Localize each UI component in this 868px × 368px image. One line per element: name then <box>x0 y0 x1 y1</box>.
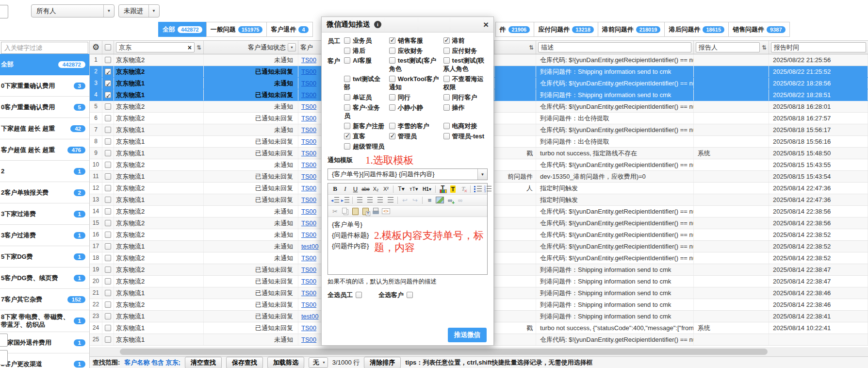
customer-role-option[interactable]: 客户-业务员 <box>344 103 385 120</box>
row-checkbox-cell[interactable] <box>102 136 114 147</box>
description-filter-input[interactable]: 描述 <box>538 42 691 52</box>
role-checkbox[interactable] <box>389 76 395 82</box>
employee-role-option[interactable]: 应收财务 <box>389 47 440 55</box>
ticket-link[interactable]: TS00 <box>301 278 316 285</box>
ticket-link[interactable]: TS00 <box>301 289 316 297</box>
editor-content[interactable]: {客户单号}{问题件标题}{问题件内容} 2.模板内容支持单号，标题，内容 <box>328 217 487 274</box>
link-icon[interactable] <box>445 196 455 205</box>
sidebar-item[interactable]: 下家国外退件费用 1 <box>0 332 89 353</box>
superscript-icon[interactable] <box>381 184 391 194</box>
follow-select[interactable]: 未跟进 <box>118 4 160 17</box>
subscript-icon[interactable] <box>371 184 381 194</box>
push-wechat-button[interactable]: 推送微信 <box>448 328 487 342</box>
indent-less-icon[interactable] <box>330 196 340 205</box>
row-checkbox-cell[interactable] <box>102 148 114 159</box>
sidebar-item[interactable]: 5下家DG费 1 <box>0 246 89 268</box>
hrule-icon[interactable] <box>425 196 435 205</box>
row-checkbox-cell[interactable] <box>102 287 114 299</box>
underline-icon[interactable] <box>350 184 360 194</box>
row-checkbox[interactable] <box>105 80 111 86</box>
ticket-link[interactable]: TS00 <box>301 266 316 273</box>
sidebar-item[interactable]: 0客户重量确认费用 5 <box>0 97 89 118</box>
sidebar-item[interactable]: 3下家过港费 1 <box>0 203 89 225</box>
font-size-icon[interactable] <box>407 184 421 194</box>
chevron-down-icon[interactable] <box>477 169 487 180</box>
ticket-link[interactable]: TS00 <box>301 208 316 215</box>
sidebar-item[interactable]: 客户超值 超长 超重 476 <box>0 139 89 161</box>
row-checkbox[interactable] <box>105 243 111 250</box>
ticket-link[interactable]: TS00 <box>301 103 316 110</box>
row-checkbox-cell[interactable] <box>102 322 114 334</box>
ticket-link[interactable]: test00 <box>301 313 318 320</box>
align-left-icon[interactable] <box>355 196 365 205</box>
customer-role-option[interactable]: AI客服 <box>344 56 385 65</box>
ticket-link[interactable]: TS00 <box>301 184 316 192</box>
tab[interactable]: 客户退件 4 <box>266 22 312 37</box>
row-checkbox[interactable] <box>105 127 111 133</box>
row-checkbox[interactable] <box>105 103 111 110</box>
chevron-down-icon[interactable] <box>103 5 114 17</box>
sort-icon[interactable] <box>762 44 767 51</box>
row-checkbox-cell[interactable] <box>102 194 114 205</box>
sidebar-item[interactable]: 下家超值 超长 超重 42 <box>0 118 89 139</box>
role-checkbox[interactable] <box>344 133 350 139</box>
row-checkbox-cell[interactable] <box>102 89 114 100</box>
row-checkbox-cell[interactable] <box>102 206 114 217</box>
customer-role-option[interactable]: test测试(联系人角色 <box>443 56 488 73</box>
role-checkbox[interactable] <box>389 133 395 139</box>
template-select[interactable]: {客户单号}{问题件标题} {问题件内容} <box>328 168 488 180</box>
customer-role-option[interactable]: 同行客户 <box>443 93 488 101</box>
ticket-link[interactable]: TS00 <box>301 91 316 99</box>
report-time-filter-input[interactable]: 报告时间 <box>771 42 866 52</box>
select-all-checkbox[interactable] <box>105 44 111 50</box>
row-checkbox-cell[interactable] <box>102 217 114 229</box>
highlight-icon[interactable] <box>448 184 458 194</box>
sort-icon[interactable] <box>197 44 201 51</box>
role-checkbox[interactable] <box>443 104 450 111</box>
sidebar-item[interactable]: 5客户DG费、续页费 1 <box>0 268 89 289</box>
row-checkbox[interactable] <box>105 232 111 238</box>
row-checkbox[interactable] <box>105 162 111 168</box>
sidebar-item[interactable]: 2 1 <box>0 161 89 182</box>
sidebar-item[interactable]: 全部 442872 <box>0 54 89 75</box>
column-settings-cell[interactable] <box>90 41 102 54</box>
ticket-link[interactable]: TS00 <box>301 254 316 262</box>
select-all-employees[interactable]: 全选员工 <box>328 291 362 300</box>
ticket-link[interactable]: TS00 <box>301 115 316 122</box>
bottom-action-button[interactable]: 保存查找 <box>226 357 263 368</box>
align-justify-icon[interactable] <box>385 196 395 205</box>
row-checkbox-cell[interactable] <box>102 124 114 135</box>
role-checkbox[interactable] <box>389 94 395 100</box>
role-checkbox[interactable] <box>344 37 350 44</box>
customer-role-option[interactable]: twl测试全部 <box>344 75 385 91</box>
ticket-link[interactable]: TS00 <box>301 80 316 87</box>
role-checkbox[interactable] <box>443 123 450 129</box>
employee-role-option[interactable]: 业务员 <box>344 36 385 45</box>
row-checkbox-cell[interactable] <box>102 66 114 77</box>
row-checkbox-cell[interactable] <box>102 113 114 124</box>
role-checkbox[interactable] <box>344 104 350 111</box>
sort-icon[interactable] <box>529 44 534 51</box>
role-checkbox[interactable] <box>443 57 450 64</box>
type-header[interactable] <box>495 41 536 54</box>
sidebar-item[interactable]: 3客户过港费 1 <box>0 225 89 246</box>
customer-role-option[interactable]: 李雪的客户 <box>389 122 440 130</box>
row-checkbox[interactable] <box>105 138 111 145</box>
strikethrough-icon[interactable] <box>360 184 371 194</box>
ticket-link[interactable]: TS00 <box>301 324 316 332</box>
customer-role-option[interactable]: 不查看海运权限 <box>443 75 488 91</box>
saved-filter-select[interactable]: 无 <box>309 357 328 368</box>
role-checkbox[interactable] <box>389 37 395 44</box>
paste-icon[interactable] <box>350 207 360 216</box>
align-right-icon[interactable] <box>375 196 385 205</box>
row-checkbox[interactable] <box>105 301 111 308</box>
align-center-icon[interactable] <box>365 196 375 205</box>
bottom-action-button[interactable]: 清空查找 <box>185 357 222 368</box>
employee-role-option[interactable]: 应付财务 <box>443 47 488 55</box>
text-color-icon[interactable] <box>438 184 448 194</box>
row-checkbox-cell[interactable] <box>102 241 114 252</box>
ticket-link[interactable]: TS00 <box>301 56 316 64</box>
paste-text-icon[interactable] <box>360 207 371 216</box>
row-checkbox[interactable] <box>105 185 111 191</box>
notify-status-header[interactable]: 客户通知状态 <box>204 41 298 54</box>
